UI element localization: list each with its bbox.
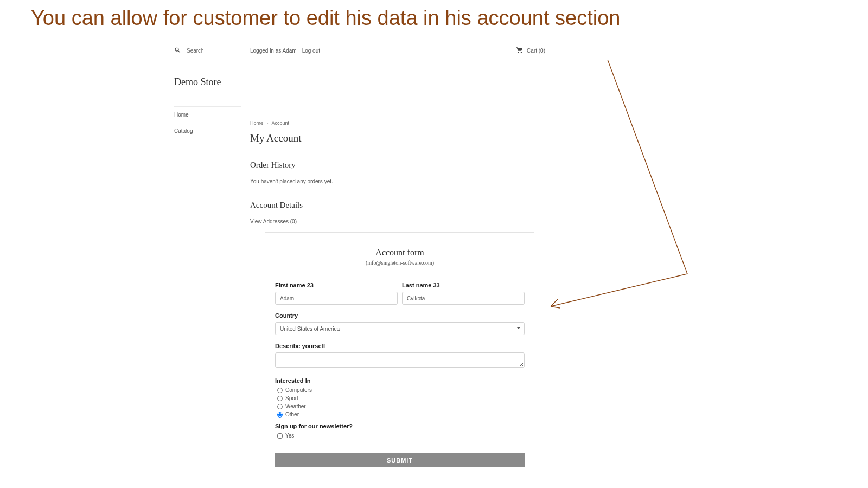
last-name-input[interactable] <box>402 292 525 305</box>
interest-label-weather: Weather <box>285 403 306 409</box>
interest-option-weather[interactable]: Weather <box>275 403 525 409</box>
store-title[interactable]: Demo Store <box>174 76 241 88</box>
newsletter-option-label: Yes <box>285 433 294 439</box>
breadcrumb-current: Account <box>272 120 290 126</box>
submit-button[interactable]: SUBMIT <box>275 453 525 467</box>
search-link[interactable]: Search <box>174 47 250 55</box>
interest-radio-other[interactable] <box>277 412 283 418</box>
interest-label-other: Other <box>285 412 299 418</box>
account-details-heading: Account Details <box>250 201 545 210</box>
country-label: Country <box>275 312 525 319</box>
interest-radio-sport[interactable] <box>277 396 283 401</box>
cart-link[interactable]: Cart (0) <box>516 47 545 54</box>
newsletter-label: Sign up for our newsletter? <box>275 423 525 429</box>
interest-label-sport: Sport <box>285 395 298 401</box>
logout-link[interactable]: Log out <box>302 48 320 54</box>
view-addresses-link[interactable]: View Addresses (0) <box>250 219 545 224</box>
storefront-panel: Search Logged in as Adam Log out Cart (0… <box>174 46 545 467</box>
annotation-arrow <box>540 54 694 314</box>
interested-label: Interested In <box>275 377 525 384</box>
breadcrumb: Home › Account <box>250 120 545 126</box>
search-label: Search <box>187 48 204 54</box>
breadcrumb-home[interactable]: Home <box>250 120 263 126</box>
interest-radio-computers[interactable] <box>277 388 283 393</box>
interest-radio-weather[interactable] <box>277 404 283 409</box>
logged-in-label[interactable]: Logged in as Adam <box>250 48 297 54</box>
account-form: Account form (info@singleton-software.co… <box>265 232 534 467</box>
first-name-input[interactable] <box>275 292 398 305</box>
order-history-heading: Order History <box>250 160 545 170</box>
country-select[interactable]: United States of America <box>275 322 525 335</box>
newsletter-option-yes[interactable]: Yes <box>275 433 525 439</box>
breadcrumb-separator-icon: › <box>267 120 269 126</box>
search-icon <box>174 47 181 55</box>
interest-option-sport[interactable]: Sport <box>275 395 525 401</box>
marketing-headline: You can allow for customer to edit his d… <box>31 7 620 30</box>
cart-label: Cart (0) <box>527 48 545 54</box>
main-content: Home › Account My Account Order History … <box>241 59 545 467</box>
page-title: My Account <box>250 132 545 144</box>
form-title: Account form <box>265 248 534 258</box>
sidebar: Demo Store Home Catalog <box>174 59 241 467</box>
cart-icon <box>516 47 524 54</box>
interest-option-other[interactable]: Other <box>275 412 525 418</box>
side-nav: Home Catalog <box>174 106 241 139</box>
describe-label: Describe yourself <box>275 343 525 349</box>
describe-textarea[interactable] <box>275 352 525 368</box>
interest-option-computers[interactable]: Computers <box>275 387 525 393</box>
sidenav-item-home[interactable]: Home <box>174 107 241 123</box>
interest-label-computers: Computers <box>285 387 312 393</box>
newsletter-checkbox[interactable] <box>277 433 283 439</box>
top-bar: Search Logged in as Adam Log out Cart (0… <box>174 46 545 59</box>
first-name-label: First name 23 <box>275 282 398 288</box>
form-subtitle: (info@singleton-software.com) <box>265 260 534 266</box>
last-name-label: Last name 33 <box>402 282 525 288</box>
sidenav-item-catalog[interactable]: Catalog <box>174 123 241 139</box>
order-history-empty: You haven't placed any orders yet. <box>250 178 545 184</box>
